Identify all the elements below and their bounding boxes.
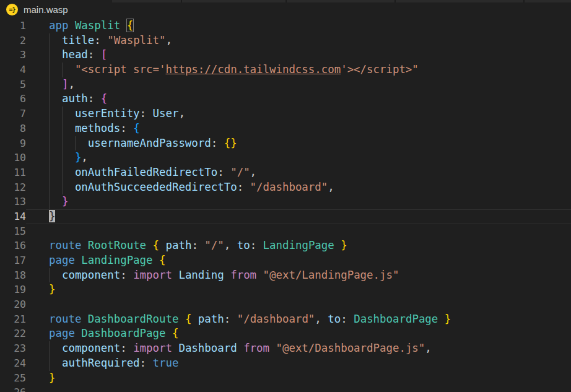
code-text: auth: { xyxy=(26,92,571,107)
code-editor[interactable]: 1app Wasplit {2 title: "Wasplit",3 head:… xyxy=(0,19,571,392)
token: LandingPage xyxy=(81,254,159,266)
line-number: 20 xyxy=(0,297,26,312)
code-line[interactable]: 20 xyxy=(0,297,571,312)
code-text: onAuthSucceededRedirectTo: "/dashboard", xyxy=(26,180,571,195)
token: page xyxy=(49,254,81,266)
code-line[interactable]: 7 userEntity: User, xyxy=(0,107,571,121)
indent-guide xyxy=(62,107,63,121)
code-line[interactable]: 22page DashboardPage { xyxy=(0,326,571,341)
token: "@ext/LandingPage.js" xyxy=(263,269,399,281)
code-line[interactable]: 23 component: import Dashboard from "@ex… xyxy=(0,341,571,356)
line-number: 5 xyxy=(0,77,26,92)
code-line[interactable]: 15 xyxy=(0,224,571,239)
line-number: 13 xyxy=(0,194,26,209)
token: {} xyxy=(224,137,237,149)
token: { xyxy=(172,327,178,339)
tab-main-wasp[interactable]: =} main.wasp xyxy=(0,0,112,19)
line-number: 2 xyxy=(0,33,26,48)
code-text: title: "Wasplit", xyxy=(26,33,571,48)
token: : xyxy=(217,166,230,178)
code-line[interactable]: 4 "<script src='https://cdn.tailwindcss.… xyxy=(0,63,571,77)
token: , xyxy=(250,166,256,178)
code-line[interactable]: 21route DashboardRoute { path: "/dashboa… xyxy=(0,312,571,327)
line-number: 11 xyxy=(0,165,26,180)
token: route xyxy=(49,313,88,325)
token: { xyxy=(159,254,165,266)
token: userEntity xyxy=(49,107,140,120)
indent-guide xyxy=(49,150,50,165)
code-line[interactable]: 24 authRequired: true xyxy=(0,356,571,371)
token: '></script>" xyxy=(341,63,419,76)
indent-guide xyxy=(49,92,50,107)
line-number: 8 xyxy=(0,121,26,136)
token: to xyxy=(328,313,341,325)
token: : xyxy=(140,107,153,120)
token: : xyxy=(341,313,354,325)
code-line[interactable]: 9 usernameAndPassword: {} xyxy=(0,136,571,151)
token: : xyxy=(88,92,101,105)
line-number: 17 xyxy=(0,253,26,268)
line-number: 22 xyxy=(0,326,26,341)
code-line[interactable]: 13 } xyxy=(0,194,571,209)
indent-guide xyxy=(62,136,63,151)
indent-guide xyxy=(62,121,63,136)
token: : xyxy=(191,239,204,251)
token: , xyxy=(315,313,328,325)
token: "/dashboard" xyxy=(250,181,328,193)
line-number: 10 xyxy=(0,150,26,165)
code-line[interactable]: 25} xyxy=(0,371,571,386)
code-line[interactable]: 11 onAuthFailedRedirectTo: "/", xyxy=(0,165,571,180)
indent-guide xyxy=(49,107,50,121)
token: Wasplit xyxy=(75,19,127,32)
token: to xyxy=(237,239,250,251)
tab-separator xyxy=(181,0,182,2)
tab-separator xyxy=(523,0,525,2)
token: : xyxy=(120,122,133,134)
code-text: onAuthFailedRedirectTo: "/", xyxy=(26,165,571,180)
token: } xyxy=(49,372,55,384)
code-line[interactable]: 10 }, xyxy=(0,150,571,165)
token: { xyxy=(185,313,198,325)
code-text: route DashboardRoute { path: "/dashboard… xyxy=(26,312,571,327)
code-line[interactable]: 19} xyxy=(0,282,571,297)
code-line[interactable]: 14} xyxy=(0,209,571,224)
code-line[interactable]: 17page LandingPage { xyxy=(0,253,571,268)
indent-guide xyxy=(49,165,50,180)
line-number: 1 xyxy=(0,19,26,33)
tab-separator xyxy=(394,0,396,2)
wasp-logo-icon: =} xyxy=(6,4,18,15)
code-line[interactable]: 26 xyxy=(0,385,571,392)
code-line[interactable]: 2 title: "Wasplit", xyxy=(0,33,571,48)
code-text: } xyxy=(26,282,571,297)
code-line[interactable]: 5 ], xyxy=(0,77,571,92)
token: , xyxy=(425,342,431,354)
code-line[interactable]: 6 auth: { xyxy=(0,92,571,107)
token: } xyxy=(49,195,68,207)
token: { xyxy=(133,122,139,134)
line-number: 25 xyxy=(0,371,26,386)
code-line[interactable]: 18 component: import Landing from "@ext/… xyxy=(0,268,571,283)
code-text xyxy=(26,297,571,312)
token: LandingPage xyxy=(263,239,341,251)
indent-guide xyxy=(49,121,50,136)
token: import xyxy=(133,269,178,281)
token: : xyxy=(224,313,237,325)
token: } xyxy=(445,313,451,325)
code-text: authRequired: true xyxy=(26,356,571,371)
token: onAuthSucceededRedirectTo xyxy=(49,181,237,193)
code-text: } xyxy=(26,194,571,209)
token: DashboardPage xyxy=(354,313,445,325)
token: component xyxy=(49,269,120,281)
token: User xyxy=(153,107,179,120)
link-url[interactable]: https://cdn.tailwindcss.com xyxy=(165,63,341,76)
code-text: page LandingPage { xyxy=(26,253,571,268)
code-line[interactable]: 16route RootRoute { path: "/", to: Landi… xyxy=(0,238,571,253)
code-line[interactable]: 12 onAuthSucceededRedirectTo: "/dashboar… xyxy=(0,180,571,195)
code-line[interactable]: 3 head: [ xyxy=(0,48,571,63)
token: path xyxy=(165,239,191,251)
code-line[interactable]: 8 methods: { xyxy=(0,121,571,136)
token: : xyxy=(250,239,263,251)
code-line[interactable]: 1app Wasplit { xyxy=(0,19,571,33)
indent-guide xyxy=(62,150,63,165)
token: : xyxy=(237,181,250,193)
